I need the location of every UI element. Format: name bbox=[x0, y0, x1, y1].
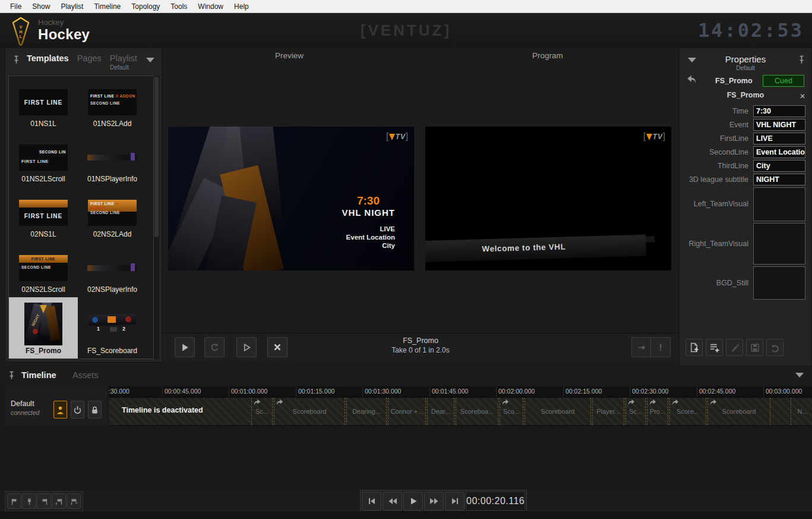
template-item-fs_scoreboard[interactable]: 12FS_Scoreboard bbox=[78, 297, 147, 358]
field-media-box[interactable] bbox=[753, 266, 805, 300]
close-icon[interactable]: ✕ bbox=[800, 92, 805, 100]
lock-button[interactable] bbox=[88, 401, 102, 419]
field-input[interactable]: NIGHT bbox=[753, 174, 805, 185]
timeline-track[interactable]: Timeline is deactivated Sc...ScoreboardD… bbox=[109, 397, 812, 426]
timeline-clip[interactable]: Dearing... bbox=[346, 398, 387, 425]
templates-scrollbar[interactable] bbox=[154, 76, 159, 359]
field-label: BGD_Still bbox=[680, 266, 753, 300]
ruler-tick-label: 00:01:45.000 bbox=[432, 388, 468, 395]
ruler-tick-label: 00:02:15.000 bbox=[565, 388, 602, 395]
menu-item-tools[interactable]: Tools bbox=[165, 1, 192, 12]
field-media-box[interactable] bbox=[753, 187, 805, 221]
marker-tool-4[interactable] bbox=[52, 493, 66, 509]
marker-tool-1[interactable] bbox=[7, 493, 21, 509]
ventuz-watermark: [VENTUZ] bbox=[0, 21, 812, 40]
menu-item-file[interactable]: File bbox=[5, 1, 27, 12]
rewind-button[interactable] bbox=[383, 492, 402, 511]
pin-icon[interactable] bbox=[12, 55, 20, 64]
template-item-01nsplayerinfo[interactable]: 01NSPlayerInfo bbox=[78, 131, 147, 187]
template-label: 02NS2LScroll bbox=[21, 285, 65, 294]
timeline-clip[interactable]: Sco... bbox=[500, 398, 523, 425]
template-item-02nsplayerinfo[interactable]: 02NSPlayerInfo bbox=[78, 242, 147, 297]
field-input[interactable]: VHL NIGHT bbox=[753, 119, 805, 131]
menu-bar: FileShowPlaylistTimelineTopologyToolsWin… bbox=[0, 0, 812, 13]
timeline-clip[interactable]: N... bbox=[791, 398, 812, 425]
cue-flag-icon bbox=[649, 398, 656, 406]
scrollbar-thumb[interactable] bbox=[154, 77, 159, 237]
play-button[interactable] bbox=[403, 492, 423, 511]
timeline-clip[interactable]: Sc... bbox=[251, 398, 273, 425]
template-thumbnail bbox=[78, 140, 147, 175]
template-item-01ns1l[interactable]: FIRST LINE01NS1L bbox=[9, 76, 78, 131]
template-item-fs_promo[interactable]: NIGHTFS_Promo bbox=[9, 297, 78, 358]
template-thumbnail: NIGHT bbox=[9, 301, 78, 347]
undo-button[interactable] bbox=[766, 339, 783, 356]
bottom-strip bbox=[0, 511, 812, 519]
field-input[interactable]: City bbox=[753, 160, 805, 172]
field-input[interactable]: LIVE bbox=[753, 133, 805, 144]
cue-flag-icon bbox=[627, 398, 635, 406]
tab-timeline[interactable]: Timeline bbox=[21, 370, 56, 380]
clip-label: Dear... bbox=[428, 408, 454, 415]
tab-playlist[interactable]: Playlist bbox=[110, 54, 137, 63]
menu-item-show[interactable]: Show bbox=[27, 1, 55, 12]
field-media-box[interactable] bbox=[753, 223, 805, 265]
edit-button[interactable] bbox=[726, 339, 743, 356]
program-label: Program bbox=[532, 51, 563, 60]
power-button[interactable] bbox=[71, 401, 84, 419]
templates-panel: Templates Pages Playlist Default FIRST L… bbox=[5, 48, 162, 363]
timeline-clip[interactable]: Scoreboa... bbox=[456, 398, 498, 425]
timeline-clip[interactable]: Pro... bbox=[647, 398, 668, 425]
timeline-clip[interactable]: Scoreboard bbox=[525, 398, 591, 425]
chevron-down-icon[interactable] bbox=[146, 58, 154, 62]
timeline-clip[interactable]: Score... bbox=[669, 398, 706, 425]
operator-toggle-button[interactable] bbox=[53, 401, 67, 419]
field-input[interactable]: Event Location bbox=[753, 146, 805, 158]
menu-item-playlist[interactable]: Playlist bbox=[55, 1, 89, 12]
timeline-clip[interactable]: Connor +... bbox=[388, 398, 426, 425]
field-label: Right_TeamVisual bbox=[680, 223, 753, 265]
timeline-clip[interactable]: Sc... bbox=[625, 398, 646, 425]
tab-templates[interactable]: Templates bbox=[27, 54, 69, 63]
timeline-ruler[interactable]: 0:30.00000:00:45.00000:01:00.00000:01:15… bbox=[109, 386, 812, 397]
timeline-transport: 00:00:20.116 bbox=[360, 490, 527, 512]
branch-option-button[interactable] bbox=[631, 337, 652, 357]
tab-assets[interactable]: Assets bbox=[72, 370, 99, 380]
tab-pages[interactable]: Pages bbox=[77, 54, 102, 63]
timecode-display[interactable]: 00:00:20.116 bbox=[466, 492, 525, 511]
template-item-02ns1l[interactable]: FIRST LINE02NS1L bbox=[9, 187, 78, 242]
vtv-channel-logo: [TV] bbox=[643, 131, 665, 141]
property-row-3d-league-subtitle: 3D league subtitleNIGHT bbox=[680, 174, 811, 185]
template-item-01ns2lscroll[interactable]: SECOND LINFIRST LINE01NS2LScroll bbox=[9, 131, 78, 187]
add-to-playlist-button[interactable] bbox=[706, 339, 723, 356]
timeline-clip[interactable]: Scoreboard bbox=[707, 398, 770, 425]
properties-toolbar bbox=[685, 339, 783, 356]
timeline-clip[interactable]: Dear... bbox=[427, 398, 454, 425]
timeline-clip[interactable]: Player... bbox=[592, 398, 624, 425]
pin-icon[interactable] bbox=[8, 371, 15, 380]
add-page-button[interactable] bbox=[685, 339, 703, 356]
program-monitor: [TV] Welcome to the VHL bbox=[425, 127, 671, 270]
property-row-time: Time7:30 bbox=[680, 105, 811, 117]
save-button[interactable] bbox=[746, 339, 763, 356]
timeline-clip[interactable]: Scoreboard bbox=[274, 398, 345, 425]
alert-button[interactable] bbox=[650, 337, 671, 357]
template-item-02ns2ladd[interactable]: FIRST LINE // ADDONSECOND LINE02NS2LAdd bbox=[78, 187, 147, 242]
template-item-01ns2ladd[interactable]: FIRST LINE // ADDONSECOND LINE01NS2LAdd bbox=[78, 76, 147, 131]
jump-arrow-icon[interactable] bbox=[687, 74, 697, 84]
fast-forward-button[interactable] bbox=[424, 492, 444, 511]
clip-label: Connor +... bbox=[388, 408, 425, 415]
marker-tool-3[interactable] bbox=[37, 493, 51, 509]
pin-icon[interactable] bbox=[798, 55, 805, 64]
marker-tool-5[interactable] bbox=[67, 493, 81, 509]
go-to-start-button[interactable] bbox=[362, 492, 381, 511]
menu-item-window[interactable]: Window bbox=[192, 1, 229, 12]
menu-item-timeline[interactable]: Timeline bbox=[89, 1, 126, 12]
menu-item-help[interactable]: Help bbox=[229, 1, 254, 12]
go-to-end-button[interactable] bbox=[445, 492, 465, 511]
chevron-down-icon[interactable] bbox=[795, 373, 804, 378]
menu-item-topology[interactable]: Topology bbox=[126, 1, 165, 12]
field-input[interactable]: 7:30 bbox=[753, 105, 805, 117]
marker-tool-2[interactable] bbox=[22, 493, 36, 509]
template-item-02ns2lscroll[interactable]: FIRST LINESECOND LINE02NS2LScroll bbox=[9, 242, 78, 297]
